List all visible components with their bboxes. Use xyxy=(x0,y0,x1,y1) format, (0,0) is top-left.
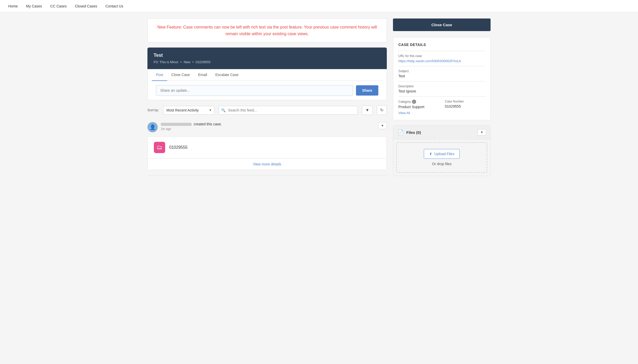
page-wrapper: New Feature: Case comments can now be le… xyxy=(139,12,499,187)
search-wrapper: 🔍 xyxy=(219,106,358,115)
sort-label: Sort by: xyxy=(147,108,159,112)
subject-field: Subject Test xyxy=(398,69,485,78)
case-number-col: Case Number 01029555 xyxy=(445,100,485,109)
case-number-header: 01029555 xyxy=(196,60,211,64)
sort-select[interactable]: Most Recent Activity xyxy=(163,106,214,115)
url-label: URL for this case xyxy=(398,54,485,58)
tab-escalate-case[interactable]: Escalate Case xyxy=(211,69,242,81)
tab-email[interactable]: Email xyxy=(194,69,211,81)
tab-post[interactable]: Post xyxy=(152,69,167,81)
bottom-divider xyxy=(147,175,387,175)
sort-select-wrapper: Most Recent Activity ▼ xyxy=(163,106,214,115)
case-meta: P3: This is Minor • New • 01029555 xyxy=(154,60,381,64)
files-header-left: 📄 Files (0) xyxy=(397,129,421,135)
filter-button[interactable]: ▼ xyxy=(362,106,373,115)
detail-divider-1 xyxy=(398,51,485,51)
case-title: Test xyxy=(154,53,381,58)
category-row: Category i Product Support Case Number 0… xyxy=(398,100,485,109)
subject-label: Subject xyxy=(398,69,485,73)
files-body: ⬆ Upload Files Or drop files xyxy=(396,142,487,173)
info-icon: i xyxy=(412,100,416,104)
case-icon-wrap: 🗂 xyxy=(154,142,165,153)
share-button[interactable]: Share xyxy=(356,85,378,96)
nav-item-closed-cases[interactable]: Closed Cases xyxy=(75,4,97,8)
files-title: Files (0) xyxy=(406,130,421,135)
tabs: Post Close Case Email Escalate Case xyxy=(152,69,382,81)
files-section: 📄 Files (0) ▼ ⬆ Upload Files Or drop fil… xyxy=(393,125,491,176)
upload-files-button[interactable]: ⬆ Upload Files xyxy=(424,149,460,159)
detail-divider-4 xyxy=(398,96,485,97)
activity-text: created this case. xyxy=(161,122,375,126)
category-label-wrap: Category i xyxy=(398,100,439,104)
post-area: Share xyxy=(152,81,382,100)
close-case-button[interactable]: Close Case xyxy=(393,18,491,31)
description-value: Test Ignore xyxy=(398,89,485,93)
case-number-value: 01029555 xyxy=(445,104,485,108)
case-number-label: Case Number xyxy=(445,100,485,103)
nav-item-home[interactable]: Home xyxy=(8,4,18,8)
activity-time: 2m ago xyxy=(161,127,375,131)
sidebar: Close Case CASE DETAILS URL for this cas… xyxy=(393,18,491,181)
activity-item: 👤 created this case. 2m ago ▼ xyxy=(147,118,387,136)
files-header: 📄 Files (0) ▼ xyxy=(393,126,490,139)
activity-dropdown-button[interactable]: ▼ xyxy=(378,122,387,129)
dot-2: • xyxy=(192,60,194,64)
files-chevron-icon: ▼ xyxy=(480,130,483,134)
avatar-icon: 👤 xyxy=(149,124,156,130)
description-label: Description xyxy=(398,85,485,88)
search-input[interactable] xyxy=(219,106,358,115)
feed-controls: Sort by: Most Recent Activity ▼ 🔍 ▼ ↻ xyxy=(147,105,387,115)
tabs-container: Post Close Case Email Escalate Case Shar… xyxy=(147,69,387,100)
case-status: New xyxy=(184,60,190,64)
case-priority: P3: This is Minor xyxy=(154,60,179,64)
files-dropdown-button[interactable]: ▼ xyxy=(477,129,486,135)
refresh-button[interactable]: ↻ xyxy=(377,105,387,115)
tab-close-case[interactable]: Close Case xyxy=(167,69,194,81)
nav-item-cc-cases[interactable]: CC Cases xyxy=(50,4,67,8)
nav-item-my-cases[interactable]: My Cases xyxy=(26,4,42,8)
activity-body: created this case. 2m ago xyxy=(161,122,375,131)
upload-label: Upload Files xyxy=(434,152,454,156)
file-icon: 📄 xyxy=(397,129,404,135)
case-card-body: 🗂 01029555 xyxy=(148,137,387,158)
category-label: Category i xyxy=(398,100,439,104)
url-field: URL for this case https://help.xandr.com… xyxy=(398,54,485,63)
case-details-title: CASE DETAILS xyxy=(398,43,485,47)
view-more-button[interactable]: View more details xyxy=(148,158,387,170)
banner-text: New Feature: Case comments can now be le… xyxy=(154,24,380,37)
case-number-card: 01029555 xyxy=(169,145,187,150)
activity-dropdown-icon: ▼ xyxy=(381,124,384,127)
case-header: Test P3: This is Minor • New • 01029555 xyxy=(147,48,387,69)
nav-bar: Home My Cases CC Cases Closed Cases Cont… xyxy=(0,0,638,12)
detail-divider-3 xyxy=(398,81,485,81)
view-all-link[interactable]: View All xyxy=(398,111,485,115)
activity-created-text: created this case. xyxy=(194,122,222,126)
avatar: 👤 xyxy=(147,122,158,132)
detail-divider-2 xyxy=(398,66,485,66)
filter-icon: ▼ xyxy=(365,108,369,113)
activity-user-placeholder xyxy=(161,123,192,126)
case-details-section: CASE DETAILS URL for this case https://h… xyxy=(393,37,491,120)
nav-item-contact-us[interactable]: Contact Us xyxy=(106,4,123,8)
url-value[interactable]: https://help.xandr.com/5006S00002PXoLK xyxy=(398,59,461,63)
case-card: 🗂 01029555 View more details xyxy=(147,136,387,170)
subject-value: Test xyxy=(398,74,485,78)
description-field: Description Test Ignore xyxy=(398,85,485,93)
category-col: Category i Product Support xyxy=(398,100,439,109)
search-icon: 🔍 xyxy=(221,108,226,112)
case-bag-icon: 🗂 xyxy=(157,144,162,151)
category-value: Product Support xyxy=(398,105,439,109)
feature-banner: New Feature: Case comments can now be le… xyxy=(147,18,387,42)
main-content: New Feature: Case comments can now be le… xyxy=(147,18,387,181)
dot-1: • xyxy=(181,60,182,64)
post-input[interactable] xyxy=(156,85,353,96)
drop-text: Or drop files xyxy=(432,162,452,166)
upload-icon: ⬆ xyxy=(429,152,432,156)
refresh-icon: ↻ xyxy=(380,108,383,113)
